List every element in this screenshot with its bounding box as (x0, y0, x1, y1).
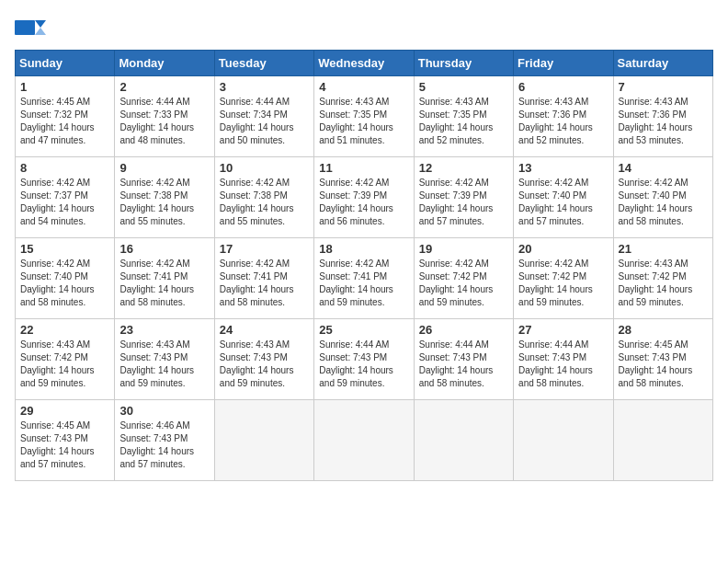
day-number: 9 (119, 161, 209, 175)
day-number: 24 (220, 323, 309, 337)
calendar-cell: 29 Sunrise: 4:45 AMSunset: 7:43 PMDaylig… (16, 400, 115, 481)
calendar-cell: 7 Sunrise: 4:43 AMSunset: 7:36 PMDayligh… (613, 76, 712, 157)
day-number: 10 (220, 161, 309, 175)
calendar-cell (514, 400, 613, 481)
header (15, 15, 713, 40)
cell-info: Sunrise: 4:44 AMSunset: 7:43 PMDaylight:… (518, 339, 593, 388)
logo-icon (15, 15, 46, 40)
calendar-cell (314, 400, 414, 481)
col-thursday: Thursday (414, 51, 513, 76)
day-number: 14 (619, 161, 708, 175)
calendar-cell: 27 Sunrise: 4:44 AMSunset: 7:43 PMDaylig… (514, 319, 613, 400)
cell-info: Sunrise: 4:44 AMSunset: 7:43 PMDaylight:… (319, 339, 393, 388)
cell-info: Sunrise: 4:42 AMSunset: 7:40 PMDaylight:… (619, 178, 693, 226)
calendar-cell: 1 Sunrise: 4:45 AMSunset: 7:32 PMDayligh… (16, 76, 115, 157)
svg-rect-0 (15, 20, 35, 35)
calendar-header-row: Sunday Monday Tuesday Wednesday Thursday… (16, 51, 713, 76)
cell-info: Sunrise: 4:43 AMSunset: 7:35 PMDaylight:… (419, 97, 494, 145)
day-number: 20 (518, 242, 608, 256)
day-number: 30 (119, 404, 209, 418)
svg-marker-1 (35, 20, 46, 28)
cell-info: Sunrise: 4:42 AMSunset: 7:38 PMDaylight:… (119, 178, 194, 226)
calendar-cell: 21 Sunrise: 4:43 AMSunset: 7:42 PMDaylig… (613, 238, 712, 319)
day-number: 27 (518, 323, 608, 337)
calendar-cell: 11 Sunrise: 4:42 AMSunset: 7:39 PMDaylig… (314, 157, 414, 238)
day-number: 23 (119, 323, 209, 337)
calendar-cell: 15 Sunrise: 4:42 AMSunset: 7:40 PMDaylig… (16, 238, 115, 319)
calendar-cell: 14 Sunrise: 4:42 AMSunset: 7:40 PMDaylig… (613, 157, 712, 238)
calendar-cell: 8 Sunrise: 4:42 AMSunset: 7:37 PMDayligh… (16, 157, 115, 238)
calendar-cell: 4 Sunrise: 4:43 AMSunset: 7:35 PMDayligh… (314, 76, 414, 157)
day-number: 17 (220, 242, 309, 256)
calendar-cell: 3 Sunrise: 4:44 AMSunset: 7:34 PMDayligh… (214, 76, 313, 157)
cell-info: Sunrise: 4:44 AMSunset: 7:43 PMDaylight:… (419, 339, 494, 388)
calendar-cell: 24 Sunrise: 4:43 AMSunset: 7:43 PMDaylig… (214, 319, 313, 400)
cell-info: Sunrise: 4:43 AMSunset: 7:36 PMDaylight:… (619, 97, 693, 145)
calendar-cell (613, 400, 712, 481)
calendar-cell: 13 Sunrise: 4:42 AMSunset: 7:40 PMDaylig… (514, 157, 613, 238)
calendar-cell: 18 Sunrise: 4:42 AMSunset: 7:41 PMDaylig… (314, 238, 414, 319)
day-number: 5 (419, 80, 508, 94)
day-number: 22 (20, 323, 109, 337)
calendar-cell: 28 Sunrise: 4:45 AMSunset: 7:43 PMDaylig… (613, 319, 712, 400)
col-friday: Friday (514, 51, 613, 76)
day-number: 12 (419, 161, 508, 175)
col-wednesday: Wednesday (314, 51, 414, 76)
cell-info: Sunrise: 4:43 AMSunset: 7:42 PMDaylight:… (619, 259, 693, 307)
cell-info: Sunrise: 4:42 AMSunset: 7:37 PMDaylight:… (20, 178, 95, 226)
day-number: 7 (619, 80, 708, 94)
day-number: 8 (20, 161, 109, 175)
cell-info: Sunrise: 4:42 AMSunset: 7:39 PMDaylight:… (319, 178, 393, 226)
cell-info: Sunrise: 4:45 AMSunset: 7:43 PMDaylight:… (20, 420, 95, 469)
calendar-cell (414, 400, 513, 481)
calendar-table: Sunday Monday Tuesday Wednesday Thursday… (15, 50, 713, 481)
day-number: 15 (20, 242, 109, 256)
day-number: 25 (319, 323, 408, 337)
col-saturday: Saturday (613, 51, 712, 76)
calendar-cell (214, 400, 313, 481)
day-number: 18 (319, 242, 408, 256)
day-number: 2 (119, 80, 209, 94)
day-number: 26 (419, 323, 508, 337)
day-number: 6 (518, 80, 608, 94)
calendar-week-row: 1 Sunrise: 4:45 AMSunset: 7:32 PMDayligh… (16, 76, 713, 157)
cell-info: Sunrise: 4:45 AMSunset: 7:43 PMDaylight:… (619, 339, 693, 388)
cell-info: Sunrise: 4:42 AMSunset: 7:38 PMDaylight:… (220, 178, 294, 226)
calendar-cell: 26 Sunrise: 4:44 AMSunset: 7:43 PMDaylig… (414, 319, 513, 400)
cell-info: Sunrise: 4:46 AMSunset: 7:43 PMDaylight:… (119, 420, 194, 469)
day-number: 19 (419, 242, 508, 256)
col-tuesday: Tuesday (214, 51, 313, 76)
calendar-cell: 9 Sunrise: 4:42 AMSunset: 7:38 PMDayligh… (115, 157, 214, 238)
cell-info: Sunrise: 4:42 AMSunset: 7:42 PMDaylight:… (419, 259, 494, 307)
calendar-cell: 30 Sunrise: 4:46 AMSunset: 7:43 PMDaylig… (115, 400, 214, 481)
calendar-cell: 10 Sunrise: 4:42 AMSunset: 7:38 PMDaylig… (214, 157, 313, 238)
calendar-cell: 20 Sunrise: 4:42 AMSunset: 7:42 PMDaylig… (514, 238, 613, 319)
calendar-week-row: 8 Sunrise: 4:42 AMSunset: 7:37 PMDayligh… (16, 157, 713, 238)
cell-info: Sunrise: 4:42 AMSunset: 7:39 PMDaylight:… (419, 178, 494, 226)
calendar-cell: 16 Sunrise: 4:42 AMSunset: 7:41 PMDaylig… (115, 238, 214, 319)
page-container: Sunday Monday Tuesday Wednesday Thursday… (0, 0, 728, 563)
logo (15, 15, 50, 40)
calendar-cell: 23 Sunrise: 4:43 AMSunset: 7:43 PMDaylig… (115, 319, 214, 400)
cell-info: Sunrise: 4:43 AMSunset: 7:35 PMDaylight:… (319, 97, 393, 145)
day-number: 16 (119, 242, 209, 256)
svg-marker-2 (35, 28, 46, 35)
cell-info: Sunrise: 4:42 AMSunset: 7:41 PMDaylight:… (220, 259, 294, 307)
day-number: 29 (20, 404, 109, 418)
calendar-cell: 5 Sunrise: 4:43 AMSunset: 7:35 PMDayligh… (414, 76, 513, 157)
cell-info: Sunrise: 4:42 AMSunset: 7:42 PMDaylight:… (518, 259, 593, 307)
day-number: 4 (319, 80, 408, 94)
calendar-cell: 12 Sunrise: 4:42 AMSunset: 7:39 PMDaylig… (414, 157, 513, 238)
cell-info: Sunrise: 4:43 AMSunset: 7:36 PMDaylight:… (518, 97, 593, 145)
day-number: 28 (619, 323, 708, 337)
cell-info: Sunrise: 4:42 AMSunset: 7:40 PMDaylight:… (518, 178, 593, 226)
cell-info: Sunrise: 4:44 AMSunset: 7:33 PMDaylight:… (119, 97, 194, 145)
cell-info: Sunrise: 4:43 AMSunset: 7:43 PMDaylight:… (220, 339, 294, 388)
day-number: 1 (20, 80, 109, 94)
calendar-cell: 22 Sunrise: 4:43 AMSunset: 7:42 PMDaylig… (16, 319, 115, 400)
cell-info: Sunrise: 4:43 AMSunset: 7:43 PMDaylight:… (119, 339, 194, 388)
calendar-cell: 2 Sunrise: 4:44 AMSunset: 7:33 PMDayligh… (115, 76, 214, 157)
cell-info: Sunrise: 4:44 AMSunset: 7:34 PMDaylight:… (220, 97, 294, 145)
calendar-cell: 17 Sunrise: 4:42 AMSunset: 7:41 PMDaylig… (214, 238, 313, 319)
day-number: 21 (619, 242, 708, 256)
